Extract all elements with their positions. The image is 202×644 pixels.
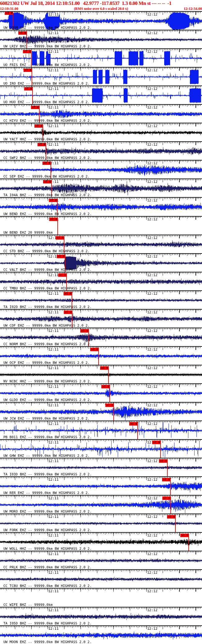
trace-row: 12:1112:12×T 4UW BEND EHZ 20 99999.0km [0, 216, 202, 235]
trace-row: 12:1112:12×T 4UW GHW EHZ -- 99999.0km BW… [0, 439, 202, 458]
station-label: UO FRIS EHZ -- 99999.0km BW HIGHPASS 2.0… [3, 63, 92, 67]
trace-row: 12:1112:12CC TCBU BHZ -- 99999.0km BW HI… [0, 569, 202, 588]
minute-tick-label: 12:12 [147, 161, 158, 165]
trace-row: 12:1112:12CC PRLK BHZ -- 99999.0km BW HI… [0, 551, 202, 569]
trace-row: 12:1112:12×T 4CC HIYU EHZ -- 99999.0km B… [0, 104, 202, 123]
pick-flag[interactable]: ×T 4 [42, 161, 51, 165]
station-label: NV NCBC HHZ -- 99999.0km BW HIGHPASS 2.0… [3, 380, 92, 383]
station-label: CC SWF2 BHZ -- 99999.0km BW HIGHPASS 2.0… [3, 156, 92, 160]
minute-tick-label: 12:12 [147, 627, 158, 631]
pick-flag[interactable]: ×T 4 [43, 180, 52, 183]
trace-row: 12:1112:12×T 4UW WOLL HHZ -- 99999.0km B… [0, 532, 202, 551]
pick-flag[interactable]: ×T 4 [34, 124, 43, 128]
trace-row: 12:1112:12×T 4TA I02D BHZ -- 99999.0km B… [0, 290, 202, 309]
minute-tick-label: 12:11 [48, 478, 59, 482]
trace-row: 12:1112:12×T 4UW LRIV BHZ -- 99999.0km B… [0, 30, 202, 48]
station-label: UO IRO EHZ -- 99999.0km BW HIGHPASS 2.0 … [3, 82, 90, 85]
minute-tick-label: 12:12 [147, 478, 158, 482]
time-axis-ticks [0, 589, 202, 592]
pick-flag[interactable]: ×T 4 [159, 459, 168, 463]
pick-flag[interactable]: ×T 4 [49, 199, 58, 202]
minute-tick-label: 12:12 [147, 422, 158, 426]
station-label: UO HUO EHZ -- 99999.0km BW HIGHPASS 2.0 … [3, 100, 90, 104]
station-label: UW GLDO EHZ -- 99999.0km BW HIGHPASS 2.0… [3, 398, 92, 402]
minute-tick-label: 12:11 [48, 627, 59, 631]
minute-tick-label: 12:11 [48, 385, 59, 389]
minute-tick-label: 12:12 [147, 255, 158, 258]
minute-tick-label: 12:12 [147, 329, 158, 333]
station-label: CC TMBU BHZ -- 99999.0km BW HIGHPASS 2.0… [3, 287, 92, 290]
station-label: TA I03D BHZ -- 99999.0km BW HIGHPASS 2.0… [3, 473, 92, 476]
trace-row: 12:1112:12×T 4PB B011 EHZ -- 99999.0km B… [0, 421, 202, 439]
trace-row: 12:1112:12×T 4UW YACT HHZ -- 99999.0km B… [0, 123, 202, 141]
minute-tick-label: 12:11 [48, 589, 59, 593]
minute-tick-label: 12:12 [147, 552, 158, 556]
station-label: UW MOON EHZ -- 99999.0km BW HIGHPASS 2.0… [3, 640, 92, 644]
trace-row: 12:1112:12UW MOON EHZ -- 99999.0km BW HI… [0, 625, 202, 644]
pick-flag[interactable]: ×T 4 [56, 236, 64, 240]
time-axis-ticks [0, 217, 202, 220]
pick-flag[interactable]: ×T 4 [49, 218, 58, 221]
pick-flag[interactable]: ×T 4 [90, 348, 99, 351]
trace-row: 12:1112:12×T 4CC SWF2 BHZ -- 99999.0km B… [0, 141, 202, 160]
pick-flag[interactable]: ×T 4 [23, 50, 32, 53]
pick-flag[interactable]: ×T 4 [24, 87, 33, 90]
minute-tick-label: 12:12 [147, 515, 158, 519]
pick-flag[interactable]: ×T 4 [152, 441, 161, 444]
pick-flag[interactable]: ×T 4 [105, 404, 114, 407]
pick-flag[interactable]: ×T 4 [180, 534, 189, 537]
minute-tick-label: 12:12 [147, 273, 158, 277]
pick-flag[interactable]: ×T 4 [80, 329, 89, 333]
station-label: TA I02D BHZ -- 99999.0km BW HIGHPASS 2.0… [3, 305, 92, 309]
minute-tick-label: 12:12 [147, 496, 158, 500]
trace-row: 12:1112:12×T 4UO IRO EHZ -- 99999.0km BW… [0, 67, 202, 86]
pick-flag[interactable]: ×T 4 [162, 478, 171, 481]
minute-tick-label: 12:12 [147, 218, 158, 221]
minute-tick-label: 12:11 [48, 31, 59, 35]
minute-tick-label: 12:11 [48, 571, 59, 575]
window-start-time: 12:10:31.00 [0, 7, 18, 11]
station-label: UW BEND EHZ -- 99999.0km BW HIGHPASS 2.0… [3, 212, 92, 216]
station-label: CC NORM BHZ -- 99999.0km BW HIGHPASS 2.0… [3, 342, 92, 346]
pick-flag[interactable]: ×T 4 [162, 496, 171, 500]
minute-tick-label: 12:11 [48, 68, 59, 72]
minute-tick-label: 12:11 [48, 366, 59, 370]
trace-row: 12:1112:12×T 4UW FORK EHZ -- 99999.0km B… [0, 514, 202, 532]
station-label: UW YACT HHZ -- 99999.0km BW HIGHPASS 2.0… [3, 138, 92, 141]
pick-flag[interactable]: ×T 4 [24, 68, 32, 72]
minute-tick-label: 12:12 [147, 571, 158, 575]
station-label: CC STD BHZ -- 99999.0km BW HIGHPASS 2.0 … [3, 249, 90, 253]
minute-tick-label: 12:11 [48, 273, 59, 277]
minute-tick-label: 12:11 [48, 292, 59, 296]
minute-tick-label: 12:11 [48, 124, 59, 128]
pick-flag[interactable]: ×T 4 [101, 385, 110, 388]
pick-flag[interactable]: ×T 4 [57, 255, 65, 258]
trace-row: 12:1112:12×T 4CC SEP EHZ -- 99999.0km BW… [0, 160, 202, 179]
pick-flag[interactable]: ×T 4 [18, 31, 27, 35]
pick-flag[interactable]: ×T 4 [58, 273, 67, 277]
minute-tick-label: 12:12 [147, 348, 158, 351]
trace-row: 12:1112:12×T 4UW OCP EHZ -- 99999.0km BW… [0, 346, 202, 365]
minute-tick-label: 12:11 [48, 87, 59, 91]
pick-flag[interactable]: ×T 4 [37, 143, 46, 146]
station-label: UW FORK EHZ -- 99999.0km BW HIGHPASS 2.0… [3, 528, 92, 532]
trace-row: 12:1112:12×T 4CC TMBU BHZ -- 99999.0km B… [0, 272, 202, 290]
minute-tick-label: 12:12 [147, 534, 158, 537]
pick-flag[interactable]: ×T 4 [64, 311, 72, 314]
station-label: PB B011 EHZ -- 99999.0km BW HIGHPASS 2.0… [3, 435, 92, 439]
minute-tick-label: 12:12 [147, 236, 158, 240]
minute-tick-label: 12:12 [147, 143, 158, 147]
pick-flag[interactable]: ×T 4 [167, 515, 176, 518]
minute-tick-label: 12:11 [48, 143, 59, 147]
pick-flag[interactable]: ×T 4 [100, 366, 109, 370]
rms-scaling-note: (RMS noise over 6.0 s scaled 20.0 x) [74, 7, 128, 11]
pick-flag[interactable]: ×T 4 [129, 422, 138, 426]
pick-flag[interactable]: ×T 4 [31, 106, 40, 109]
pick-flag[interactable]: ×T 4 [64, 292, 72, 295]
minute-tick-label: 12:11 [48, 552, 59, 556]
trace-row: 12:1112:12×T 4UO HUO EHZ -- 99999.0km BW… [0, 86, 202, 104]
minute-tick-label: 12:12 [147, 404, 158, 407]
station-label: TA I04A BHZ -- 99999.0km BW HIGHPASS 2.0… [3, 193, 92, 197]
minute-tick-label: 12:12 [147, 385, 158, 389]
pick-flag[interactable]: ×T 4 [5, 11, 13, 15]
